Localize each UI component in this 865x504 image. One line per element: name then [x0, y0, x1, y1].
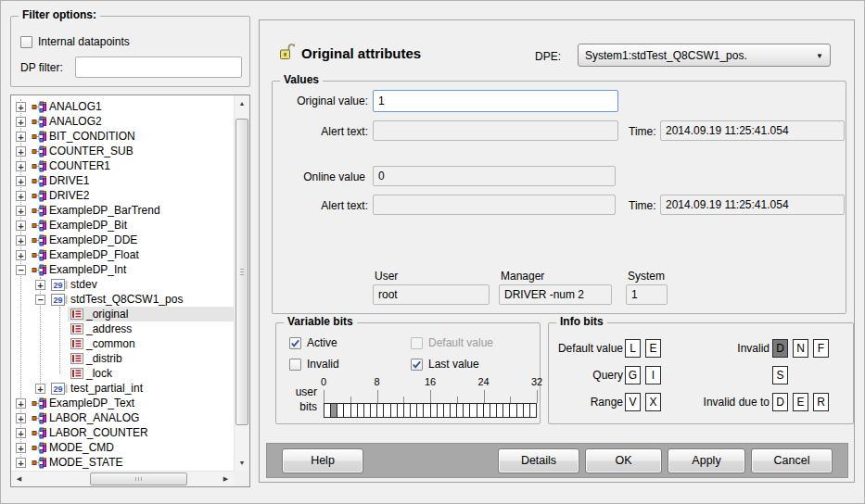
tree-item-exampledp_float[interactable]: +ExampleDP_Float: [11, 247, 234, 262]
user-bit-17[interactable]: [437, 404, 443, 417]
tree-item-stdtest_q8csw1_pos[interactable]: −29stdTest_Q8CSW1_pos: [11, 292, 234, 307]
tree-item-exampledp_int[interactable]: −ExampleDP_Int: [11, 262, 234, 277]
tree-item-content[interactable]: _distrib: [68, 351, 125, 366]
dpe-dropdown[interactable]: System1:stdTest_Q8CSW1_pos. ▼: [578, 44, 831, 67]
user-bit-21[interactable]: [463, 404, 469, 417]
tree-item-content[interactable]: ExampleDP_Text: [29, 396, 137, 410]
tree-item-content[interactable]: ExampleDP_Bit: [29, 218, 130, 233]
expand-icon[interactable]: +: [16, 413, 26, 423]
checkbox-box[interactable]: [289, 359, 301, 371]
tree-item-content[interactable]: COUNTER1: [29, 158, 113, 173]
scroll-up-icon[interactable]: ▲: [235, 95, 249, 111]
scroll-left-icon[interactable]: ◀: [11, 472, 27, 486]
tree-item-content[interactable]: ExampleDP_Int: [29, 262, 129, 277]
expand-icon[interactable]: +: [16, 161, 26, 171]
tree-item-analog2[interactable]: +ANALOG2: [11, 114, 234, 129]
tree-item-content[interactable]: ANALOG1: [29, 99, 105, 114]
tree-item-content[interactable]: _lock: [68, 366, 115, 381]
user-bit-8[interactable]: [376, 404, 383, 417]
dp-filter-input[interactable]: [75, 57, 242, 78]
user-bit-5[interactable]: [357, 404, 363, 417]
tree-item-common[interactable]: _common: [11, 336, 234, 351]
internal-datapoints-row[interactable]: Internal datapoints: [20, 35, 130, 48]
user-bit-20[interactable]: [456, 404, 463, 417]
internal-datapoints-checkbox[interactable]: [20, 36, 32, 48]
tree-item-content[interactable]: ExampleDP_Float: [29, 247, 142, 262]
user-bit-27[interactable]: [502, 404, 509, 417]
tree-item-content[interactable]: _address: [68, 321, 134, 336]
tree-item-test_partial_int[interactable]: +29test_partial_int: [11, 381, 234, 396]
scroll-right-icon[interactable]: ▶: [218, 472, 234, 486]
expand-icon[interactable]: +: [16, 176, 26, 186]
tree-item-drive1[interactable]: +DRIVE1: [11, 173, 234, 188]
user-bit-9[interactable]: [383, 404, 389, 417]
tree-item-content[interactable]: COUNTER_SUB: [29, 144, 136, 158]
tree-item-drive2[interactable]: +DRIVE2: [11, 188, 234, 203]
user-bit-16[interactable]: [430, 404, 437, 417]
horizontal-scroll-thumb[interactable]: [90, 472, 187, 485]
user-bit-23[interactable]: [477, 404, 483, 417]
expand-icon[interactable]: +: [16, 117, 26, 127]
expand-icon[interactable]: +: [16, 458, 26, 468]
tree-item-mode_state[interactable]: +MODE_STATE: [11, 455, 234, 470]
expand-icon[interactable]: +: [16, 220, 26, 231]
tree-item-content[interactable]: DRIVE2: [29, 188, 92, 203]
tree-item-exampledp_bartrend[interactable]: +ExampleDP_BarTrend: [11, 203, 234, 218]
expand-icon[interactable]: +: [16, 206, 26, 216]
tree-item-bit_condition[interactable]: +BIT_CONDITION: [11, 129, 234, 144]
tree-item-content[interactable]: MODE_STATE: [29, 455, 126, 470]
tree-item-content[interactable]: DRIVE1: [29, 173, 92, 188]
expand-icon[interactable]: +: [16, 132, 26, 142]
user-bit-3[interactable]: [343, 404, 350, 417]
tree-item-labor_analog[interactable]: +LABOR_ANALOG: [11, 410, 234, 425]
tree-item-content[interactable]: LABOR_COUNTER: [29, 425, 151, 440]
tree-item-content[interactable]: 29stdev: [48, 277, 100, 292]
tree-item-content[interactable]: 29stdTest_Q8CSW1_pos: [48, 292, 185, 307]
tree-item-distrib[interactable]: _distrib: [11, 351, 234, 366]
tree-item-lock[interactable]: _lock: [11, 366, 234, 381]
tree-item-mode_cmd[interactable]: +MODE_CMD: [11, 440, 234, 455]
user-bit-18[interactable]: [443, 404, 450, 417]
tree-item-counter1[interactable]: +COUNTER1: [11, 158, 234, 173]
user-bit-31[interactable]: [529, 404, 536, 417]
tree-item-stdev[interactable]: +29stdev: [11, 277, 234, 292]
user-bit-15[interactable]: [423, 404, 429, 417]
user-bit-4[interactable]: [350, 404, 357, 417]
user-bit-6[interactable]: [363, 404, 370, 417]
user-bit-10[interactable]: [390, 404, 397, 417]
tree-item-exampledp_bit[interactable]: +ExampleDP_Bit: [11, 218, 234, 233]
details-button[interactable]: Details: [498, 448, 579, 473]
checkbox-box[interactable]: [411, 359, 423, 371]
expand-icon[interactable]: +: [35, 280, 45, 290]
tree-horizontal-scrollbar[interactable]: ◀ ▶: [11, 471, 234, 486]
user-bit-28[interactable]: [509, 404, 515, 417]
tree-item-exampledp_text[interactable]: +ExampleDP_Text: [11, 396, 234, 410]
cancel-button[interactable]: Cancel: [751, 448, 833, 473]
expand-icon[interactable]: +: [16, 191, 26, 201]
user-bit-14[interactable]: [416, 404, 423, 417]
help-button[interactable]: Help: [282, 448, 363, 473]
user-bit-22[interactable]: [469, 404, 476, 417]
tree-item-content[interactable]: LABOR_ANALOG: [29, 410, 142, 425]
tree-item-analog1[interactable]: +ANALOG1: [11, 99, 234, 114]
user-bit-11[interactable]: [397, 404, 403, 417]
tree-item-labor_counter[interactable]: +LABOR_COUNTER: [11, 425, 234, 440]
expand-icon[interactable]: +: [16, 235, 26, 246]
user-bit-30[interactable]: [523, 404, 529, 417]
tree-vertical-scrollbar[interactable]: ▲ ▼: [234, 95, 249, 471]
user-bit-1[interactable]: [330, 404, 337, 417]
tree-item-content[interactable]: ExampleDP_BarTrend: [29, 203, 163, 218]
expand-icon[interactable]: +: [35, 384, 45, 394]
user-bit-2[interactable]: [337, 404, 343, 417]
user-bit-24[interactable]: [483, 404, 490, 417]
vertical-scroll-thumb[interactable]: [235, 119, 248, 425]
tree-item-content[interactable]: BIT_CONDITION: [29, 129, 138, 144]
user-bits-cells[interactable]: [324, 403, 537, 418]
tree-item-content[interactable]: _original: [68, 307, 234, 321]
tree-item-exampledp_dde[interactable]: +ExampleDP_DDE: [11, 233, 234, 247]
apply-button[interactable]: Apply: [668, 448, 745, 473]
expand-icon[interactable]: +: [16, 250, 26, 260]
tree-item-content[interactable]: MODE_CMD: [29, 440, 117, 455]
expand-icon[interactable]: +: [16, 443, 26, 453]
checkbox-last-value[interactable]: Last value: [411, 358, 479, 371]
